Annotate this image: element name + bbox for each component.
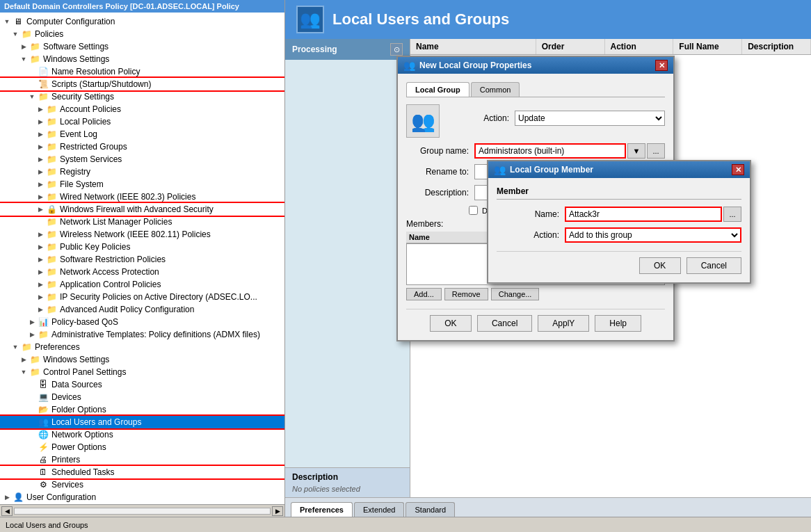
tree-item-data-sources[interactable]: ▶ 🗄 Data Sources bbox=[0, 378, 284, 391]
tree-label: Local Users and Groups bbox=[51, 417, 141, 427]
tree-label: Power Options bbox=[51, 442, 106, 452]
tree-item-account-policies[interactable]: ▶ 📁 Account Policies bbox=[0, 103, 284, 115]
tree-item-file-system[interactable]: ▶ 📁 File System bbox=[0, 178, 284, 191]
members-buttons: Add... Remove Change... bbox=[406, 288, 665, 300]
remove-member-btn[interactable]: Remove bbox=[444, 288, 488, 300]
tree-item-wired-network[interactable]: ▶ 📁 Wired Network (IEEE 802.3) Policies bbox=[0, 191, 284, 203]
tree-item-computer-config[interactable]: ▼ 🖥 Computer Configuration bbox=[0, 15, 284, 28]
expand-icon: ▼ bbox=[19, 368, 28, 376]
tree-item-policies[interactable]: ▼ 📁 Policies bbox=[0, 28, 284, 40]
processing-collapse-btn[interactable]: ⊙ bbox=[390, 43, 403, 56]
tree-item-ip-security[interactable]: ▶ 📁 IP Security Policies on Active Direc… bbox=[0, 291, 284, 303]
add-member-btn[interactable]: Add... bbox=[406, 288, 442, 300]
group-name-label: Group name: bbox=[406, 146, 469, 156]
tree-item-policy-qos[interactable]: ▶ 📊 Policy-based QoS bbox=[0, 316, 284, 328]
rename-to-label: Rename to: bbox=[406, 167, 469, 177]
tree-item-control-panel[interactable]: ▼ 📁 Control Panel Settings bbox=[0, 366, 284, 378]
member-name-input[interactable] bbox=[565, 207, 722, 222]
tree-label: Windows Firewall with Advanced Security bbox=[60, 204, 214, 214]
tree-item-registry[interactable]: ▶ 📁 Registry bbox=[0, 166, 284, 178]
member-ok-btn[interactable]: OK bbox=[639, 257, 681, 274]
tree-item-power-options[interactable]: ▶ ⚡ Power Options bbox=[0, 441, 284, 453]
tree-item-security-settings[interactable]: ▼ 📁 Security Settings bbox=[0, 90, 284, 103]
group-name-input[interactable] bbox=[474, 143, 626, 159]
dialog-titlebar-member: 👥 Local Group Member ✕ bbox=[488, 161, 750, 178]
tree-item-event-log[interactable]: ▶ 📁 Event Log bbox=[0, 128, 284, 140]
tree-item-name-resolution[interactable]: ▶ 📄 Name Resolution Policy bbox=[0, 65, 284, 78]
dialog-close-member[interactable]: ✕ bbox=[732, 164, 744, 175]
expand-icon: ▶ bbox=[36, 155, 45, 163]
tree-item-public-key[interactable]: ▶ 📁 Public Key Policies bbox=[0, 241, 284, 253]
desc-label: Description: bbox=[406, 188, 469, 198]
change-member-btn[interactable]: Change... bbox=[491, 288, 540, 300]
tree-scrollbar[interactable]: ◀ ▶ bbox=[0, 504, 284, 517]
folder-icon: 📁 bbox=[46, 166, 57, 177]
member-cancel-btn[interactable]: Cancel bbox=[686, 257, 741, 274]
tree-item-local-users-groups[interactable]: ▶ 👥 Local Users and Groups bbox=[0, 416, 284, 428]
group-name-browse-btn[interactable]: ▼ bbox=[627, 143, 645, 159]
processing-sidebar: Processing ⊙ Description No policies sel… bbox=[285, 39, 410, 497]
scroll-left-btn[interactable]: ◀ bbox=[1, 506, 13, 516]
tree-item-restricted-groups[interactable]: ▶ 📁 Restricted Groups bbox=[0, 140, 284, 153]
folder-icon: 📁 bbox=[38, 91, 49, 102]
main-ok-btn[interactable]: OK bbox=[430, 315, 472, 332]
panel-header: 👥 Local Users and Groups bbox=[285, 0, 811, 39]
expand-icon: ▶ bbox=[36, 168, 45, 176]
scroll-right-btn[interactable]: ▶ bbox=[272, 506, 283, 516]
tree-item-win-settings-pref[interactable]: ▶ 📁 Windows Settings bbox=[0, 353, 284, 366]
main-cancel-btn[interactable]: Cancel bbox=[477, 315, 532, 332]
tree-item-applocker[interactable]: ▶ 📁 Application Control Policies bbox=[0, 278, 284, 291]
tree-item-wireless-network[interactable]: ▶ 📁 Wireless Network (IEEE 802.11) Polic… bbox=[0, 228, 284, 241]
delete-members-checkbox[interactable] bbox=[469, 206, 478, 215]
item-icon: 🗄 bbox=[38, 379, 49, 390]
folder-icon: 📁 bbox=[46, 216, 57, 227]
dialog-title-member: Local Group Member bbox=[510, 165, 593, 175]
folder-icon: 📁 bbox=[29, 54, 40, 65]
tree-item-system-services[interactable]: ▶ 📁 System Services bbox=[0, 153, 284, 166]
action-select[interactable]: Update Create Delete Remove from this gr… bbox=[515, 111, 665, 126]
tree-item-software-restriction[interactable]: ▶ 📁 Software Restriction Policies bbox=[0, 253, 284, 266]
group-name-ellipsis-btn[interactable]: ... bbox=[647, 143, 665, 159]
tab-standard[interactable]: Standard bbox=[406, 502, 455, 517]
tree-item-network-options[interactable]: ▶ 🌐 Network Options bbox=[0, 428, 284, 441]
tree-item-software-settings[interactable]: ▶ 📁 Software Settings bbox=[0, 40, 284, 53]
folder-icon: 📁 bbox=[46, 229, 57, 240]
tree-item-preferences[interactable]: ▼ 📁 Preferences bbox=[0, 341, 284, 353]
dialog-tab-common[interactable]: Common bbox=[471, 82, 520, 97]
tree-item-scripts[interactable]: ▶ 📜 Scripts (Startup/Shutdown) bbox=[0, 78, 284, 90]
tree-item-folder-options[interactable]: ▶ 📂 Folder Options bbox=[0, 403, 284, 416]
tree-item-devices[interactable]: ▶ 💻 Devices bbox=[0, 391, 284, 403]
tree-item-admin-templates[interactable]: ▶ 📁 Administrative Templates: Policy def… bbox=[0, 328, 284, 341]
member-name-browse-btn[interactable]: ... bbox=[723, 207, 741, 222]
processing-header: Processing ⊙ bbox=[285, 39, 410, 60]
member-name-label: Name: bbox=[497, 209, 559, 219]
tree-item-user-config[interactable]: ▶ 👤 User Configuration bbox=[0, 491, 284, 503]
main-help-btn[interactable]: Help bbox=[595, 315, 641, 332]
tab-extended[interactable]: Extended bbox=[354, 502, 404, 517]
tree-item-printers[interactable]: ▶ 🖨 Printers bbox=[0, 453, 284, 466]
folder-icon: 📁 bbox=[21, 341, 32, 353]
tree-item-windows-firewall[interactable]: ▶ 🔒 Windows Firewall with Advanced Secur… bbox=[0, 203, 284, 216]
tree-item-network-list[interactable]: ▶ 📁 Network List Manager Policies bbox=[0, 216, 284, 228]
expand-icon: ▼ bbox=[28, 92, 36, 101]
expand-icon: ▶ bbox=[36, 305, 45, 314]
dialog-member-icon: 👥 bbox=[494, 164, 506, 175]
member-action-select[interactable]: Add to this group Remove from this group bbox=[565, 227, 741, 243]
right-panel: 👥 Local Users and Groups Processing ⊙ De… bbox=[285, 0, 811, 517]
tree-item-scheduled-tasks[interactable]: ▶ 🗓 Scheduled Tasks bbox=[0, 466, 284, 478]
tree-item-network-access[interactable]: ▶ 📁 Network Access Protection bbox=[0, 266, 284, 278]
tree-item-services[interactable]: ▶ ⚙ Services bbox=[0, 478, 284, 491]
dialog-tabs: Local Group Common bbox=[406, 82, 665, 97]
tree-item-windows-settings[interactable]: ▼ 📁 Windows Settings bbox=[0, 53, 284, 65]
dialog-tab-local-group[interactable]: Local Group bbox=[406, 82, 469, 97]
col-name: Name bbox=[410, 39, 536, 54]
main-apply-btn[interactable]: ApplY bbox=[538, 315, 589, 332]
tree-label: File System bbox=[60, 179, 104, 189]
expand-icon: ▶ bbox=[36, 230, 45, 239]
tree-label: System Services bbox=[60, 154, 122, 164]
tree-item-local-policies[interactable]: ▶ 📁 Local Policies bbox=[0, 115, 284, 128]
expand-icon: ▶ bbox=[36, 118, 45, 126]
tab-preferences[interactable]: Preferences bbox=[291, 502, 353, 517]
tree-item-advanced-audit[interactable]: ▶ 📁 Advanced Audit Policy Configuration bbox=[0, 303, 284, 316]
dialog-close-main[interactable]: ✕ bbox=[655, 60, 668, 71]
